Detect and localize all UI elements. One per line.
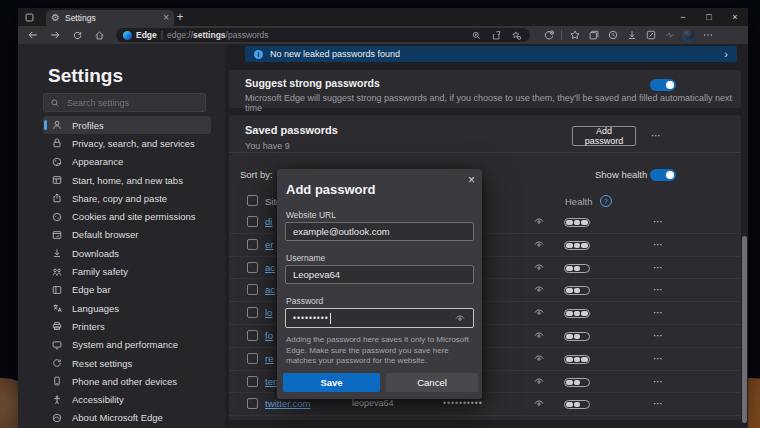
add-password-button[interactable]: Add password	[572, 126, 636, 146]
sidebar-item-share-copy-and-paste[interactable]: Share, copy and paste	[43, 189, 211, 207]
row-more-icon[interactable]: ⋯	[653, 331, 664, 341]
sidebar-items: Profiles Privacy, search, and services A…	[43, 116, 211, 427]
reveal-password-eye-icon[interactable]	[533, 283, 545, 295]
reveal-password-eye-icon[interactable]	[533, 215, 545, 227]
reveal-password-eye-icon[interactable]	[533, 397, 545, 409]
sidebar-item-downloads[interactable]: Downloads	[43, 244, 211, 262]
maximize-button[interactable]: □	[696, 8, 722, 26]
site-link[interactable]: ac	[265, 262, 275, 273]
show-password-eye-icon[interactable]	[454, 312, 466, 324]
save-button[interactable]: Save	[283, 373, 380, 392]
refresh-clock-icon[interactable]	[542, 29, 555, 42]
scrollbar-thumb[interactable]	[742, 236, 747, 423]
sidebar-item-default-browser[interactable]: Default browser	[43, 226, 211, 244]
row-checkbox[interactable]	[247, 216, 258, 227]
sidebar-item-edge-bar[interactable]: Edge bar	[43, 281, 211, 299]
dialog-close-icon[interactable]: ×	[468, 173, 475, 187]
cancel-button[interactable]: Cancel	[386, 373, 478, 392]
reveal-password-eye-icon[interactable]	[533, 238, 545, 250]
row-checkbox[interactable]	[247, 307, 258, 318]
sidebar-item-privacy-search-and-services[interactable]: Privacy, search, and services	[43, 134, 211, 152]
row-checkbox[interactable]	[247, 376, 258, 387]
row-more-icon[interactable]: ⋯	[653, 240, 664, 250]
favorites-icon[interactable]	[568, 29, 581, 42]
password-field[interactable]: •••••••••	[285, 308, 474, 328]
address-bar[interactable]: Edge | edge://settings/passwords	[116, 28, 530, 42]
zoom-icon[interactable]	[470, 29, 483, 42]
search-input[interactable]	[65, 97, 199, 109]
new-tab-button[interactable]: +	[170, 8, 190, 26]
sidebar-item-profiles[interactable]: Profiles	[43, 116, 211, 134]
website-url-field[interactable]	[285, 222, 474, 241]
select-all-checkbox[interactable]	[247, 195, 258, 206]
saved-passwords-more-icon[interactable]: ⋯	[651, 131, 662, 141]
refresh-icon[interactable]	[68, 28, 86, 42]
show-health-toggle[interactable]	[650, 169, 676, 181]
site-link[interactable]: lo	[265, 307, 272, 318]
row-more-icon[interactable]: ⋯	[653, 377, 664, 387]
sidebar-item-system-and-performance[interactable]: System and performance	[43, 336, 211, 354]
send-tab-icon[interactable]	[490, 29, 503, 42]
scrollbar-track[interactable]	[742, 80, 747, 428]
row-checkbox[interactable]	[247, 330, 258, 341]
history-icon[interactable]	[606, 29, 619, 42]
tab-settings[interactable]: ⚙ Settings ×	[46, 10, 174, 26]
row-more-icon[interactable]: ⋯	[653, 285, 664, 295]
reveal-password-eye-icon[interactable]	[533, 306, 545, 318]
reveal-password-eye-icon[interactable]	[533, 329, 545, 341]
title-bar: ⚙ Settings × + − □ ×	[18, 8, 748, 26]
site-link[interactable]: di	[265, 216, 272, 227]
minimize-button[interactable]: −	[670, 8, 696, 26]
row-more-icon[interactable]: ⋯	[653, 354, 664, 364]
leaked-passwords-banner[interactable]: i No new leaked passwords found ›	[245, 46, 737, 62]
sidebar-item-reset-settings[interactable]: Reset settings	[43, 354, 211, 372]
sidebar-item-languages[interactable]: Languages	[43, 299, 211, 317]
reveal-password-eye-icon[interactable]	[533, 352, 545, 364]
sidebar-item-start-home-and-new-tabs[interactable]: Start, home, and new tabs	[43, 171, 211, 189]
suggest-passwords-toggle[interactable]	[650, 79, 676, 91]
username-field[interactable]	[285, 265, 474, 284]
sidebar-item-accessibility[interactable]: Accessibility	[43, 390, 211, 408]
downloads-icon[interactable]	[625, 29, 638, 42]
tab-actions-icon[interactable]	[18, 8, 40, 26]
search-box[interactable]	[43, 93, 206, 112]
row-more-icon[interactable]: ⋯	[653, 263, 664, 273]
reveal-password-eye-icon[interactable]	[533, 375, 545, 387]
row-checkbox[interactable]	[247, 262, 258, 273]
sidebar-item-about-microsoft-edge[interactable]: About Microsoft Edge	[43, 409, 211, 427]
collections-icon[interactable]	[587, 29, 600, 42]
reveal-password-eye-icon[interactable]	[533, 261, 545, 273]
row-more-icon[interactable]: ⋯	[653, 217, 664, 227]
site-link[interactable]: fo	[265, 330, 273, 341]
sidebar-item-appearance[interactable]: Appearance	[43, 153, 211, 171]
row-checkbox[interactable]	[247, 398, 258, 409]
toolbar-divider	[561, 30, 562, 40]
row-checkbox[interactable]	[247, 239, 258, 250]
row-more-icon[interactable]: ⋯	[653, 308, 664, 318]
close-button[interactable]: ×	[722, 8, 748, 26]
tab-close-icon[interactable]: ×	[163, 13, 169, 23]
sidebar-item-printers[interactable]: Printers	[43, 317, 211, 335]
health-help-icon[interactable]: ?	[600, 195, 612, 207]
search-icon	[50, 98, 60, 108]
row-checkbox[interactable]	[247, 284, 258, 295]
site-link[interactable]: er	[265, 239, 273, 250]
more-menu-icon[interactable]	[701, 29, 714, 42]
home-icon[interactable]	[90, 28, 108, 42]
site-link[interactable]: ac	[265, 284, 275, 295]
row-checkbox[interactable]	[247, 353, 258, 364]
sidebar-item-phone-and-other-devices[interactable]: Phone and other devices	[43, 372, 211, 390]
add-favorite-icon[interactable]	[510, 29, 523, 42]
profile-avatar[interactable]	[682, 29, 695, 42]
browser-window: ⚙ Settings × + − □ × Edge | edge://setti…	[18, 8, 748, 428]
sidebar-item-cookies-and-site-permissions[interactable]: Cookies and site permissions	[43, 207, 211, 225]
forward-icon[interactable]	[46, 28, 64, 42]
row-more-icon[interactable]: ⋯	[653, 399, 664, 409]
site-link[interactable]: twitter.com	[265, 398, 310, 409]
back-icon[interactable]	[24, 28, 42, 42]
essentials-icon[interactable]	[663, 29, 676, 42]
info-icon: i	[254, 50, 263, 59]
site-link[interactable]: re	[265, 353, 273, 364]
web-capture-icon[interactable]	[644, 29, 657, 42]
sidebar-item-family-safety[interactable]: Family safety	[43, 262, 211, 280]
